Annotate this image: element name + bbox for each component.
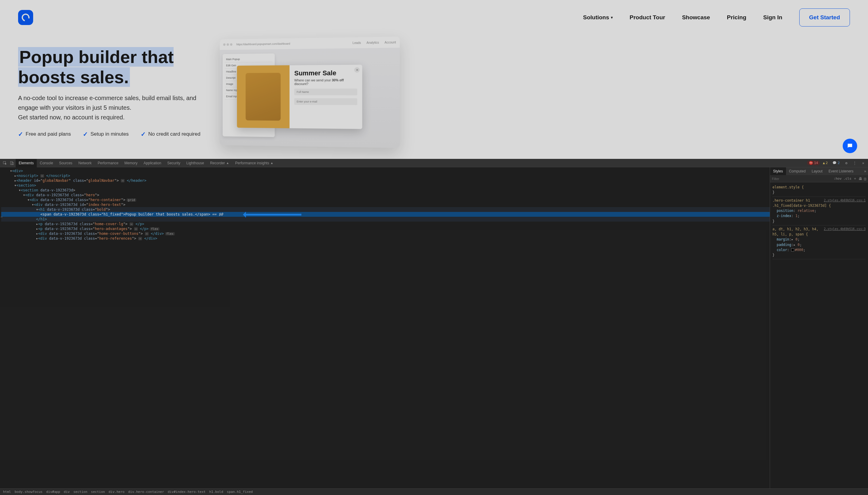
tab-network[interactable]: Network xyxy=(75,159,94,159)
get-started-button[interactable]: Get Started xyxy=(799,8,850,27)
nav-solutions[interactable]: Solutions▾ xyxy=(583,14,613,21)
mockup-leads: Leads xyxy=(353,41,361,45)
feature-free-plans: ✓Free and paid plans xyxy=(18,131,71,138)
popup-subtitle: Where can we send your 30% off discount? xyxy=(294,78,357,86)
tab-security[interactable]: Security xyxy=(164,159,183,159)
check-icon: ✓ xyxy=(141,131,146,138)
nav-product-tour[interactable]: Product Tour xyxy=(630,14,665,21)
check-icon: ✓ xyxy=(18,131,23,138)
popup-preview: ✕ Summer Sale Where can we send your 30%… xyxy=(237,65,362,129)
check-icon: ✓ xyxy=(83,131,88,138)
chat-widget-button[interactable] xyxy=(843,139,857,153)
tab-console[interactable]: Console xyxy=(37,159,56,159)
tab-application[interactable]: Application xyxy=(140,159,164,159)
nav-sign-in[interactable]: Sign In xyxy=(763,14,782,21)
tab-sources[interactable]: Sources xyxy=(56,159,75,159)
close-icon[interactable]: ✕ xyxy=(354,67,360,73)
dashboard-mockup: https://dashboard.popupsmart.com/dashboa… xyxy=(220,36,400,148)
tab-lighthouse[interactable]: Lighthouse xyxy=(183,159,207,159)
chevron-down-icon: ▾ xyxy=(611,15,613,20)
mockup-account: Account xyxy=(385,40,396,44)
page-content: Solutions▾ Product Tour Showcase Pricing… xyxy=(0,0,868,159)
popup-title: Summer Sale xyxy=(294,69,357,77)
nav-showcase[interactable]: Showcase xyxy=(682,14,710,21)
tab-performance[interactable]: Performance xyxy=(94,159,121,159)
nav-pricing[interactable]: Pricing xyxy=(727,14,746,21)
tab-perf-insights[interactable]: Performance insights ▲ xyxy=(232,159,276,159)
navbar: Solutions▾ Product Tour Showcase Pricing… xyxy=(0,0,868,35)
hero-section: Popup builder that boosts sales. A no-co… xyxy=(0,35,868,138)
mockup-url: https://dashboard.popupsmart.com/dashboa… xyxy=(236,42,290,46)
tab-recorder[interactable]: Recorder ▲ xyxy=(207,159,232,159)
tab-memory[interactable]: Memory xyxy=(121,159,140,159)
feature-no-cc: ✓No credit card required xyxy=(141,131,201,138)
tab-elements[interactable]: Elements xyxy=(16,159,37,159)
mockup-analytics: Analytics xyxy=(366,41,379,44)
hero-title: Popup builder that boosts sales. xyxy=(18,47,211,87)
feature-setup: ✓Setup in minutes xyxy=(83,131,129,138)
popup-email-field[interactable]: Enter your e-mail xyxy=(294,98,357,105)
brand-logo[interactable] xyxy=(18,10,33,25)
popup-name-field[interactable]: Full Name xyxy=(294,89,357,95)
hero-subtitle: A no-code tool to increase e-commerce sa… xyxy=(18,93,211,122)
chat-icon xyxy=(847,142,853,149)
